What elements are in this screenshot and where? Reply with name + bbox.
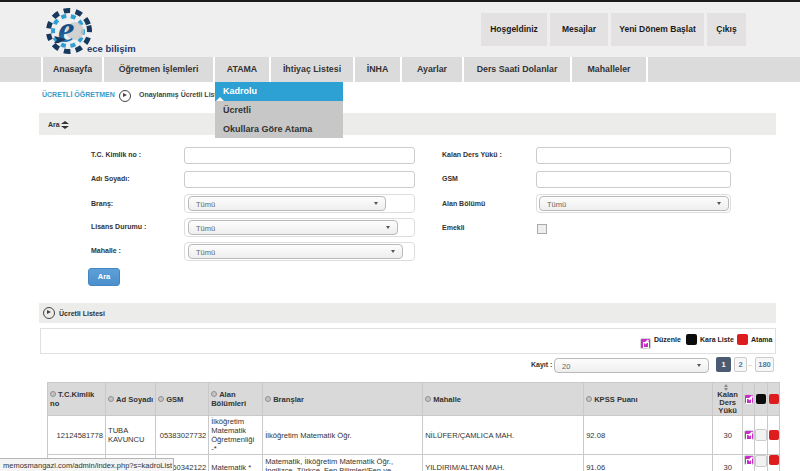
svg-text:e: e bbox=[58, 9, 74, 50]
svg-text:ece bilişim: ece bilişim bbox=[87, 43, 136, 54]
